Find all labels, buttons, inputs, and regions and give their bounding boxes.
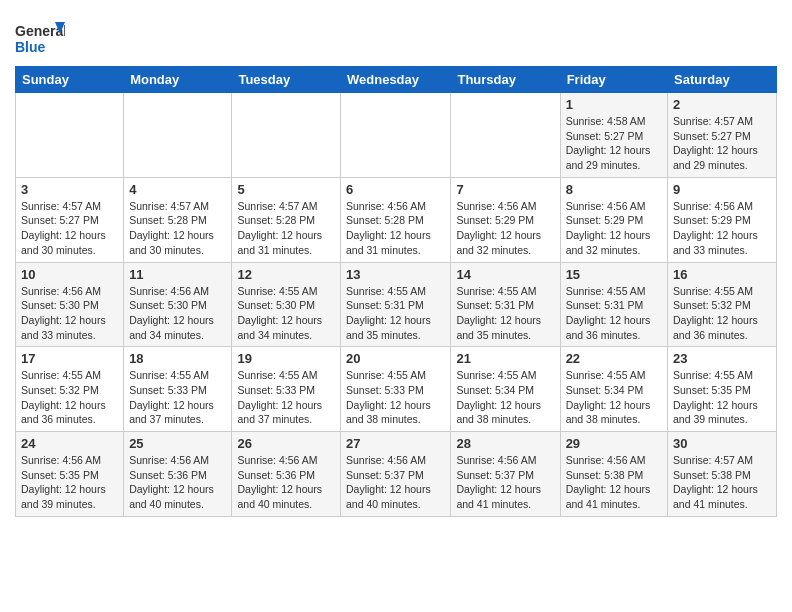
logo-icon: GeneralBlue xyxy=(15,18,65,58)
day-info: Sunrise: 4:55 AM Sunset: 5:32 PM Dayligh… xyxy=(21,368,118,427)
day-number: 27 xyxy=(346,436,445,451)
day-number: 12 xyxy=(237,267,335,282)
calendar-cell: 24Sunrise: 4:56 AM Sunset: 5:35 PM Dayli… xyxy=(16,432,124,517)
calendar-cell: 11Sunrise: 4:56 AM Sunset: 5:30 PM Dayli… xyxy=(124,262,232,347)
day-number: 18 xyxy=(129,351,226,366)
day-info: Sunrise: 4:57 AM Sunset: 5:38 PM Dayligh… xyxy=(673,453,771,512)
day-number: 7 xyxy=(456,182,554,197)
calendar-cell: 10Sunrise: 4:56 AM Sunset: 5:30 PM Dayli… xyxy=(16,262,124,347)
weekday-header-thursday: Thursday xyxy=(451,67,560,93)
calendar-cell: 6Sunrise: 4:56 AM Sunset: 5:28 PM Daylig… xyxy=(341,177,451,262)
calendar-cell xyxy=(232,93,341,178)
weekday-header-tuesday: Tuesday xyxy=(232,67,341,93)
calendar-cell: 29Sunrise: 4:56 AM Sunset: 5:38 PM Dayli… xyxy=(560,432,667,517)
calendar-cell: 13Sunrise: 4:55 AM Sunset: 5:31 PM Dayli… xyxy=(341,262,451,347)
day-number: 25 xyxy=(129,436,226,451)
calendar-cell: 18Sunrise: 4:55 AM Sunset: 5:33 PM Dayli… xyxy=(124,347,232,432)
day-number: 1 xyxy=(566,97,662,112)
day-info: Sunrise: 4:55 AM Sunset: 5:33 PM Dayligh… xyxy=(237,368,335,427)
calendar-cell: 7Sunrise: 4:56 AM Sunset: 5:29 PM Daylig… xyxy=(451,177,560,262)
day-info: Sunrise: 4:55 AM Sunset: 5:35 PM Dayligh… xyxy=(673,368,771,427)
calendar-cell: 20Sunrise: 4:55 AM Sunset: 5:33 PM Dayli… xyxy=(341,347,451,432)
day-number: 13 xyxy=(346,267,445,282)
calendar-cell: 26Sunrise: 4:56 AM Sunset: 5:36 PM Dayli… xyxy=(232,432,341,517)
calendar-cell xyxy=(16,93,124,178)
day-info: Sunrise: 4:55 AM Sunset: 5:34 PM Dayligh… xyxy=(566,368,662,427)
calendar-cell: 16Sunrise: 4:55 AM Sunset: 5:32 PM Dayli… xyxy=(668,262,777,347)
day-info: Sunrise: 4:56 AM Sunset: 5:35 PM Dayligh… xyxy=(21,453,118,512)
calendar-cell: 27Sunrise: 4:56 AM Sunset: 5:37 PM Dayli… xyxy=(341,432,451,517)
calendar-cell: 9Sunrise: 4:56 AM Sunset: 5:29 PM Daylig… xyxy=(668,177,777,262)
day-info: Sunrise: 4:56 AM Sunset: 5:28 PM Dayligh… xyxy=(346,199,445,258)
calendar-cell xyxy=(451,93,560,178)
calendar-cell: 30Sunrise: 4:57 AM Sunset: 5:38 PM Dayli… xyxy=(668,432,777,517)
weekday-header-friday: Friday xyxy=(560,67,667,93)
weekday-header-saturday: Saturday xyxy=(668,67,777,93)
day-number: 30 xyxy=(673,436,771,451)
calendar-cell: 22Sunrise: 4:55 AM Sunset: 5:34 PM Dayli… xyxy=(560,347,667,432)
calendar-cell: 25Sunrise: 4:56 AM Sunset: 5:36 PM Dayli… xyxy=(124,432,232,517)
day-info: Sunrise: 4:55 AM Sunset: 5:32 PM Dayligh… xyxy=(673,284,771,343)
weekday-header-wednesday: Wednesday xyxy=(341,67,451,93)
day-number: 19 xyxy=(237,351,335,366)
day-number: 6 xyxy=(346,182,445,197)
day-number: 8 xyxy=(566,182,662,197)
day-number: 23 xyxy=(673,351,771,366)
calendar-cell: 21Sunrise: 4:55 AM Sunset: 5:34 PM Dayli… xyxy=(451,347,560,432)
day-number: 4 xyxy=(129,182,226,197)
day-info: Sunrise: 4:57 AM Sunset: 5:27 PM Dayligh… xyxy=(673,114,771,173)
day-info: Sunrise: 4:56 AM Sunset: 5:30 PM Dayligh… xyxy=(21,284,118,343)
day-number: 21 xyxy=(456,351,554,366)
day-number: 17 xyxy=(21,351,118,366)
calendar-cell: 4Sunrise: 4:57 AM Sunset: 5:28 PM Daylig… xyxy=(124,177,232,262)
day-number: 5 xyxy=(237,182,335,197)
day-info: Sunrise: 4:56 AM Sunset: 5:30 PM Dayligh… xyxy=(129,284,226,343)
day-info: Sunrise: 4:57 AM Sunset: 5:27 PM Dayligh… xyxy=(21,199,118,258)
weekday-header-sunday: Sunday xyxy=(16,67,124,93)
day-info: Sunrise: 4:55 AM Sunset: 5:30 PM Dayligh… xyxy=(237,284,335,343)
day-number: 20 xyxy=(346,351,445,366)
day-info: Sunrise: 4:56 AM Sunset: 5:36 PM Dayligh… xyxy=(129,453,226,512)
day-number: 26 xyxy=(237,436,335,451)
calendar-cell xyxy=(341,93,451,178)
calendar-cell: 15Sunrise: 4:55 AM Sunset: 5:31 PM Dayli… xyxy=(560,262,667,347)
logo: GeneralBlue xyxy=(15,10,65,58)
calendar-cell: 19Sunrise: 4:55 AM Sunset: 5:33 PM Dayli… xyxy=(232,347,341,432)
day-number: 14 xyxy=(456,267,554,282)
day-info: Sunrise: 4:55 AM Sunset: 5:31 PM Dayligh… xyxy=(456,284,554,343)
calendar-table: SundayMondayTuesdayWednesdayThursdayFrid… xyxy=(15,66,777,517)
day-info: Sunrise: 4:57 AM Sunset: 5:28 PM Dayligh… xyxy=(129,199,226,258)
day-info: Sunrise: 4:56 AM Sunset: 5:29 PM Dayligh… xyxy=(673,199,771,258)
calendar-cell: 23Sunrise: 4:55 AM Sunset: 5:35 PM Dayli… xyxy=(668,347,777,432)
day-info: Sunrise: 4:56 AM Sunset: 5:37 PM Dayligh… xyxy=(456,453,554,512)
day-number: 22 xyxy=(566,351,662,366)
day-info: Sunrise: 4:56 AM Sunset: 5:29 PM Dayligh… xyxy=(456,199,554,258)
day-number: 16 xyxy=(673,267,771,282)
day-info: Sunrise: 4:55 AM Sunset: 5:34 PM Dayligh… xyxy=(456,368,554,427)
day-number: 2 xyxy=(673,97,771,112)
calendar-cell: 17Sunrise: 4:55 AM Sunset: 5:32 PM Dayli… xyxy=(16,347,124,432)
calendar-cell: 12Sunrise: 4:55 AM Sunset: 5:30 PM Dayli… xyxy=(232,262,341,347)
day-number: 9 xyxy=(673,182,771,197)
calendar-cell: 1Sunrise: 4:58 AM Sunset: 5:27 PM Daylig… xyxy=(560,93,667,178)
calendar-cell xyxy=(124,93,232,178)
day-number: 28 xyxy=(456,436,554,451)
calendar-cell: 3Sunrise: 4:57 AM Sunset: 5:27 PM Daylig… xyxy=(16,177,124,262)
day-info: Sunrise: 4:55 AM Sunset: 5:33 PM Dayligh… xyxy=(129,368,226,427)
day-number: 29 xyxy=(566,436,662,451)
calendar-cell: 28Sunrise: 4:56 AM Sunset: 5:37 PM Dayli… xyxy=(451,432,560,517)
svg-text:Blue: Blue xyxy=(15,39,46,55)
day-number: 3 xyxy=(21,182,118,197)
day-info: Sunrise: 4:57 AM Sunset: 5:28 PM Dayligh… xyxy=(237,199,335,258)
day-number: 10 xyxy=(21,267,118,282)
calendar-cell: 5Sunrise: 4:57 AM Sunset: 5:28 PM Daylig… xyxy=(232,177,341,262)
calendar-cell: 14Sunrise: 4:55 AM Sunset: 5:31 PM Dayli… xyxy=(451,262,560,347)
day-info: Sunrise: 4:56 AM Sunset: 5:29 PM Dayligh… xyxy=(566,199,662,258)
day-info: Sunrise: 4:56 AM Sunset: 5:37 PM Dayligh… xyxy=(346,453,445,512)
day-info: Sunrise: 4:55 AM Sunset: 5:33 PM Dayligh… xyxy=(346,368,445,427)
day-info: Sunrise: 4:55 AM Sunset: 5:31 PM Dayligh… xyxy=(566,284,662,343)
day-info: Sunrise: 4:55 AM Sunset: 5:31 PM Dayligh… xyxy=(346,284,445,343)
day-number: 15 xyxy=(566,267,662,282)
day-info: Sunrise: 4:56 AM Sunset: 5:38 PM Dayligh… xyxy=(566,453,662,512)
day-number: 24 xyxy=(21,436,118,451)
